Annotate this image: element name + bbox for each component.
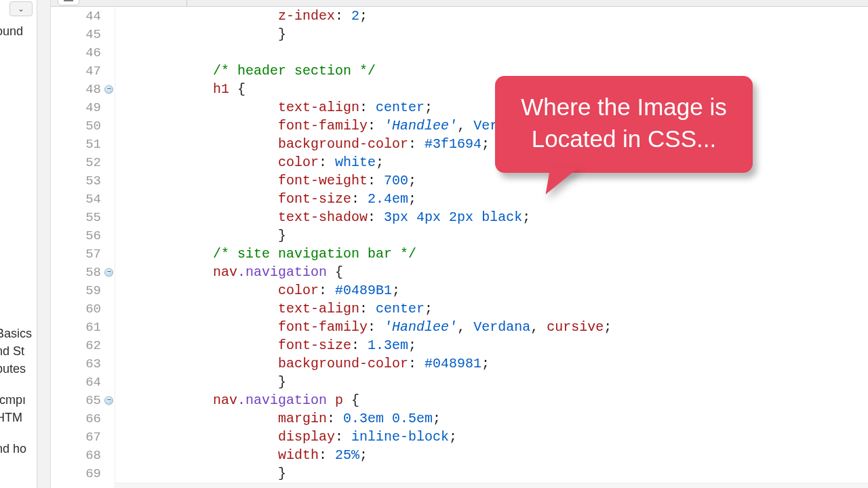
code-line[interactable] [115,43,868,62]
line-number: 59 [51,281,115,300]
sidebar-dropdown-button[interactable]: ⌄ [9,1,33,16]
sidebar-item-cropped[interactable]: nd St [0,344,24,359]
code-line[interactable]: background-color: #048981; [115,354,868,373]
code-line[interactable]: h1 { [115,80,868,98]
callout-text: Where the Image is Located in CSS... [521,94,726,152]
line-number: 57 [51,245,115,263]
code-line[interactable]: font-weight: 700; [115,171,868,190]
line-number: 48 [51,80,115,98]
sidebar-item-cropped[interactable]: ound [0,24,23,39]
line-number: 63 [51,354,115,373]
code-line[interactable]: font-size: 1.3em; [115,336,868,354]
line-number: 49 [51,98,115,117]
code-line[interactable]: text-shadow: 3px 4px 2px black; [115,208,868,226]
code-line[interactable]: color: #0489B1; [115,281,868,300]
hamburger-icon[interactable] [58,0,79,5]
editor-ruler-strip [37,0,51,488]
sidebar-item-cropped[interactable]: .cmpı [0,393,26,407]
line-number: 50 [51,117,115,135]
code-line[interactable]: /* site navigation bar */ [115,245,868,263]
line-number: 56 [51,226,115,245]
line-number: 54 [51,190,115,208]
code-line[interactable]: font-size: 2.4em; [115,190,868,208]
line-number-gutter: 4445464748495051525354555657585960616263… [51,7,115,488]
toolbar-separator [186,0,187,7]
code-line[interactable]: } [115,373,868,391]
code-line[interactable]: nav.navigation { [115,263,868,281]
line-number: 65 [51,391,115,409]
sidebar-item-cropped[interactable]: HTM [0,411,22,425]
code-line[interactable]: text-align: center; [115,98,868,117]
line-number: 69 [51,464,115,483]
line-number: 67 [51,428,115,446]
line-number: 60 [51,300,115,318]
code-line[interactable]: } [115,226,868,245]
code-line[interactable]: } [115,25,868,43]
line-number: 68 [51,446,115,464]
code-content[interactable]: z-index: 2; } /* header section */ h1 { … [115,7,868,488]
line-number: 44 [51,7,115,25]
line-number: 66 [51,409,115,428]
code-line[interactable]: margin: 0.3em 0.5em; [115,409,868,428]
line-number: 47 [51,62,115,80]
sidebar-item-cropped[interactable]: Basics [0,327,32,341]
line-number: 58 [51,263,115,281]
line-number: 46 [51,43,115,62]
code-line[interactable]: width: 25%; [115,446,868,464]
line-number: 61 [51,318,115,336]
project-sidebar-cropped: ⌄ oundBasicsnd Stbutes.cmpıHTMnd ho [0,0,37,488]
line-number: 51 [51,135,115,153]
horizontal-scrollbar[interactable] [115,483,868,488]
fold-toggle-icon[interactable] [104,268,113,277]
line-number: 62 [51,336,115,354]
code-line[interactable]: z-index: 2; [115,7,868,25]
code-line[interactable]: text-align: center; [115,300,868,318]
line-number: 52 [51,153,115,171]
fold-toggle-icon[interactable] [104,85,113,94]
fold-toggle-icon[interactable] [104,396,113,405]
annotation-callout: Where the Image is Located in CSS... [495,76,753,173]
code-line[interactable]: nav.navigation p { [115,391,868,409]
code-line[interactable]: color: white; [115,153,868,171]
line-number: 45 [51,25,115,43]
code-line[interactable]: /* header section */ [115,62,868,80]
line-number: 53 [51,171,115,190]
sidebar-item-cropped[interactable]: butes [0,362,26,376]
toolbar-remnant [51,0,868,7]
sidebar-item-cropped[interactable]: nd ho [0,442,26,456]
code-line[interactable]: font-family: 'Handlee', Verdana, cursive… [115,318,868,336]
code-line[interactable]: font-family: 'Handlee', Verdana, [115,117,868,135]
code-line[interactable]: background-color: #3f1694; [115,135,868,153]
code-line[interactable]: display: inline-block; [115,428,868,446]
code-line[interactable]: } [115,464,868,483]
chevron-down-icon: ⌄ [18,4,24,14]
line-number: 64 [51,373,115,391]
line-number: 55 [51,208,115,226]
